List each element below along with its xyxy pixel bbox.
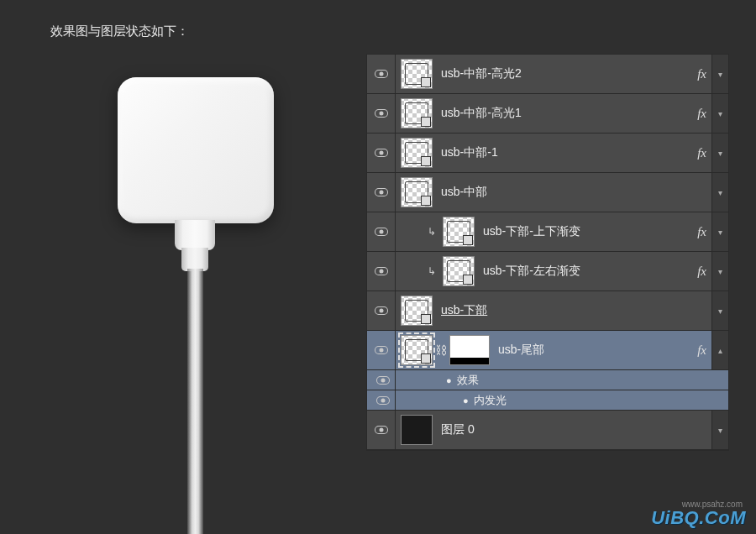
layer-thumbnail[interactable] — [401, 138, 433, 168]
layer-name[interactable]: 图层 0 — [441, 422, 711, 437]
caption-text: 效果图与图层状态如下： — [50, 24, 189, 39]
layer-row[interactable]: usb-中部-1 fx ▾ — [367, 134, 728, 173]
eye-icon — [375, 109, 388, 118]
layer-row[interactable]: usb-中部 ▾ — [367, 173, 728, 212]
collapse-toggle[interactable]: ▾ — [711, 252, 728, 291]
eye-icon — [375, 149, 388, 157]
clipping-mask-icon: ↳ — [426, 265, 438, 277]
usb-neck2-shape — [181, 248, 208, 271]
layer-thumbnail[interactable] — [443, 217, 475, 247]
layer-thumbnail[interactable] — [401, 296, 433, 326]
fx-badge: fx — [697, 67, 706, 81]
layer-name[interactable]: usb-下部-左右渐变 — [483, 264, 697, 279]
layer-row[interactable]: ↳ usb-下部-上下渐变 fx ▾ — [367, 212, 728, 252]
eye-icon — [375, 426, 388, 434]
eye-icon — [375, 188, 388, 196]
effects-row[interactable]: ●效果 — [367, 370, 728, 390]
effects-label: ●效果 — [446, 373, 479, 388]
visibility-toggle[interactable] — [367, 173, 396, 212]
visibility-toggle[interactable] — [367, 134, 396, 172]
layer-thumbnail[interactable] — [401, 59, 433, 89]
layer-thumbnail[interactable] — [401, 415, 433, 445]
collapse-toggle[interactable]: ▴ — [711, 331, 728, 369]
eye-icon — [375, 267, 388, 275]
layer-thumbnail[interactable] — [401, 335, 433, 365]
layer-row-selected[interactable]: ⛓ usb-尾部 fx ▴ — [367, 331, 728, 370]
layer-name[interactable]: usb-中部-高光2 — [441, 66, 697, 81]
eye-icon — [375, 306, 388, 315]
layer-name[interactable]: usb-下部-上下渐变 — [483, 224, 697, 239]
fx-badge: fx — [697, 343, 706, 358]
layer-name[interactable]: usb-中部-高光1 — [441, 106, 697, 121]
visibility-toggle[interactable] — [367, 94, 396, 133]
collapse-toggle[interactable]: ▾ — [711, 55, 728, 93]
layer-name[interactable]: usb-中部-1 — [441, 145, 697, 160]
eye-icon — [376, 396, 390, 405]
layer-name[interactable]: usb-尾部 — [498, 343, 697, 358]
fx-badge: fx — [697, 107, 706, 121]
layer-name[interactable]: usb-中部 — [441, 185, 711, 200]
visibility-toggle[interactable] — [367, 55, 396, 93]
layer-row[interactable]: usb-下部 ▾ — [367, 291, 728, 331]
visibility-toggle[interactable] — [367, 291, 396, 330]
collapse-toggle[interactable]: ▾ — [711, 411, 728, 449]
fx-badge: fx — [697, 146, 706, 160]
layer-row[interactable]: usb-中部-高光2 fx ▾ — [367, 55, 728, 94]
usb-neck-shape — [175, 220, 215, 250]
visibility-toggle[interactable] — [367, 411, 396, 449]
watermark: UiBQ.CoM — [651, 507, 746, 529]
eye-icon — [375, 346, 388, 354]
visibility-toggle[interactable] — [367, 390, 396, 410]
layer-thumbnail[interactable] — [443, 256, 475, 286]
collapse-toggle[interactable]: ▾ — [711, 134, 728, 172]
layer-row[interactable]: ↳ usb-下部-左右渐变 fx ▾ — [367, 252, 728, 291]
eye-icon — [375, 70, 388, 78]
usb-body-shape — [118, 77, 274, 223]
layer-row[interactable]: usb-中部-高光1 fx ▾ — [367, 94, 728, 134]
link-icon[interactable]: ⛓ — [435, 343, 447, 357]
clipping-mask-icon: ↳ — [426, 226, 438, 238]
layer-mask-thumbnail[interactable] — [449, 335, 490, 365]
collapse-toggle[interactable]: ▾ — [711, 94, 728, 133]
eye-icon — [376, 376, 390, 385]
layer-name[interactable]: usb-下部 — [441, 303, 711, 318]
effect-item-label: ●内发光 — [463, 393, 507, 408]
visibility-toggle[interactable] — [367, 370, 396, 390]
preview-area — [59, 60, 336, 514]
visibility-toggle[interactable] — [367, 331, 396, 369]
usb-cable-shape — [187, 269, 203, 534]
collapse-toggle[interactable]: ▾ — [711, 212, 728, 251]
layers-panel: usb-中部-高光2 fx ▾ usb-中部-高光1 fx ▾ usb-中部-1… — [366, 54, 729, 451]
visibility-toggle[interactable] — [367, 212, 396, 251]
collapse-toggle[interactable]: ▾ — [711, 291, 728, 330]
fx-badge: fx — [697, 264, 706, 279]
layer-thumbnail[interactable] — [401, 177, 433, 207]
fx-badge: fx — [697, 225, 706, 239]
visibility-toggle[interactable] — [367, 252, 396, 291]
effect-item-row[interactable]: ●内发光 — [367, 390, 728, 411]
layer-row[interactable]: 图层 0 ▾ — [367, 411, 728, 450]
eye-icon — [375, 228, 388, 236]
layer-thumbnail[interactable] — [401, 98, 433, 128]
collapse-toggle[interactable]: ▾ — [711, 173, 728, 212]
